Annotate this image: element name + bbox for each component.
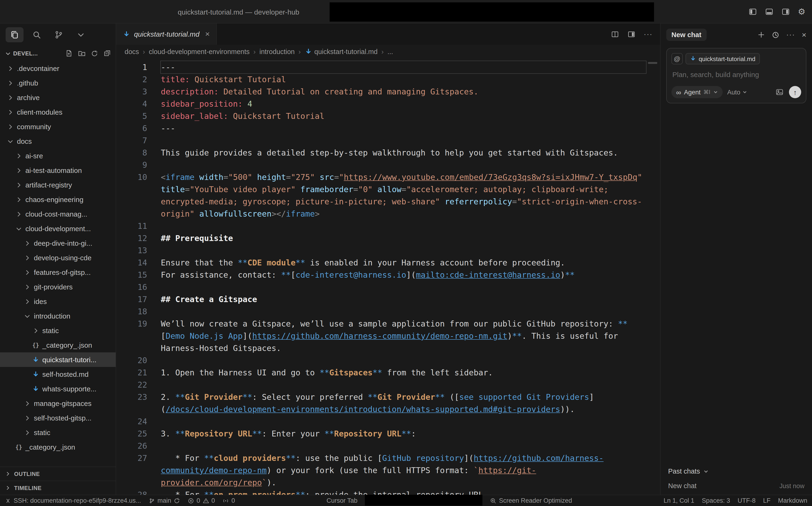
breadcrumb-item[interactable]: docs bbox=[125, 48, 139, 56]
code-line-10[interactable]: 10<iframe width="500" height="275" src="… bbox=[116, 171, 660, 220]
code-line-4[interactable]: 4sidebar_position: 4 bbox=[116, 98, 660, 110]
attach-image-icon[interactable] bbox=[775, 88, 784, 96]
close-chat-icon[interactable]: × bbox=[802, 31, 806, 39]
ports-indicator[interactable]: 0 bbox=[222, 497, 235, 504]
tree-item-cloud-development[interactable]: cloud-development... bbox=[0, 221, 116, 236]
tree-item-ai-test-automation[interactable]: ai-test-automation bbox=[0, 163, 116, 178]
cursor-tab-indicator[interactable]: Cursor Tab bbox=[326, 497, 358, 504]
code-line-19[interactable]: 19We’ll now create a Gitspace, we’ll use… bbox=[116, 318, 660, 354]
add-context-button[interactable]: @ bbox=[671, 53, 683, 64]
send-button[interactable]: ↑ bbox=[789, 86, 801, 98]
code-line-1[interactable]: 1--- bbox=[116, 61, 660, 73]
new-folder-icon[interactable] bbox=[78, 50, 86, 57]
chat-more-icon[interactable]: ··· bbox=[786, 30, 795, 39]
tree-item-quickstart-tutori[interactable]: quickstart-tutori... bbox=[0, 352, 116, 367]
tree-item-docs[interactable]: docs bbox=[0, 134, 116, 149]
code-line-26[interactable]: 26 bbox=[116, 440, 660, 452]
code-line-5[interactable]: 5sidebar_label: Quickstart Tutorial bbox=[116, 110, 660, 122]
tree-item-self-hosted-md[interactable]: self-hosted.md bbox=[0, 367, 116, 382]
past-chat-item[interactable]: New chat Just now bbox=[661, 479, 812, 493]
code-line-25[interactable]: 253. **Repository URL**: Enter your **Re… bbox=[116, 428, 660, 440]
timeline-section-header[interactable]: TIMELINE bbox=[0, 481, 116, 495]
code-line-24[interactable]: 24 bbox=[116, 415, 660, 428]
tree-item-category-json[interactable]: {}_category_.json bbox=[0, 440, 116, 454]
tree-item-self-hosted-gitsp[interactable]: self-hosted-gitsp... bbox=[0, 411, 116, 425]
tree-item-deep-dive-into-gi[interactable]: deep-dive-into-gi... bbox=[0, 236, 116, 250]
explorer-icon[interactable] bbox=[6, 27, 23, 42]
tree-item-chaos-engineering[interactable]: chaos-engineering bbox=[0, 192, 116, 207]
language-indicator[interactable]: Markdown bbox=[778, 497, 807, 504]
tree-item-category-json[interactable]: {}_category_.json bbox=[0, 338, 116, 352]
remote-indicator[interactable]: SSH: documentation-repo-e5ifp9-8rzze4.us… bbox=[5, 497, 141, 504]
code-line-9[interactable]: 9 bbox=[116, 159, 660, 171]
tree-item-static[interactable]: static bbox=[0, 323, 116, 338]
context-file-chip[interactable]: quickstart-tutorial.md bbox=[685, 53, 759, 64]
code-line-21[interactable]: 211. Open the Harness UI and go to **Git… bbox=[116, 366, 660, 379]
past-chats-toggle[interactable]: Past chats bbox=[661, 464, 812, 479]
tree-item-static[interactable]: static bbox=[0, 425, 116, 440]
code-line-27[interactable]: 27 * For **cloud providers**: use the pu… bbox=[116, 452, 660, 489]
editor-content[interactable]: 1---2title: Quickstart Tutorial3descript… bbox=[116, 59, 660, 495]
tree-item-git-providers[interactable]: git-providers bbox=[0, 279, 116, 294]
new-file-icon[interactable] bbox=[65, 50, 73, 57]
code-line-8[interactable]: 8This guide provides a detailed step-by-… bbox=[116, 147, 660, 159]
new-chat-plus-icon[interactable] bbox=[757, 31, 765, 38]
code-line-18[interactable]: 18 bbox=[116, 306, 660, 318]
chat-input-box[interactable]: @ quickstart-tutorial.md Plan, search, b… bbox=[666, 48, 806, 103]
encoding-indicator[interactable]: UTF-8 bbox=[737, 497, 755, 504]
tree-item-manage-gitspaces[interactable]: manage-gitspaces bbox=[0, 396, 116, 411]
chat-history-icon[interactable] bbox=[771, 31, 780, 39]
breadcrumb-item[interactable]: ... bbox=[387, 48, 393, 56]
toggle-panel-bottom-icon[interactable] bbox=[765, 7, 773, 16]
code-line-17[interactable]: 17## Create a Gitspace bbox=[116, 293, 660, 306]
code-line-28[interactable]: 28 * For **on-prem providers**: provide … bbox=[116, 489, 660, 495]
settings-gear-icon[interactable]: ⚙ bbox=[798, 7, 805, 16]
chat-title[interactable]: New chat bbox=[666, 29, 707, 41]
eol-indicator[interactable]: LF bbox=[763, 497, 770, 504]
problems-indicator[interactable]: 0 0 bbox=[188, 497, 215, 504]
code-line-6[interactable]: 6--- bbox=[116, 122, 660, 135]
tree-item-github[interactable]: .github bbox=[0, 76, 116, 90]
breadcrumb-item[interactable]: introduction bbox=[259, 48, 295, 56]
code-line-3[interactable]: 3description: Detailed Tutorial on creat… bbox=[116, 86, 660, 98]
tree-item-devcontainer[interactable]: .devcontainer bbox=[0, 61, 116, 76]
close-tab-icon[interactable]: × bbox=[205, 29, 210, 39]
collapse-all-icon[interactable] bbox=[103, 50, 111, 57]
tree-item-ides[interactable]: ides bbox=[0, 294, 116, 309]
tree-item-artifact-registry[interactable]: artifact-registry bbox=[0, 178, 116, 192]
code-line-15[interactable]: 15For assistance, contact: **[cde-intere… bbox=[116, 269, 660, 281]
code-line-22[interactable]: 22 bbox=[116, 379, 660, 391]
tab-quickstart-tutorial[interactable]: quickstart-tutorial.md × bbox=[116, 23, 217, 45]
code-line-23[interactable]: 232. **Git Provider**: Select your prefe… bbox=[116, 391, 660, 415]
agent-mode-selector[interactable]: ∞ Agent ⌘I bbox=[671, 86, 723, 98]
tree-item-introduction[interactable]: introduction bbox=[0, 309, 116, 323]
tree-item-ai-sre[interactable]: ai-sre bbox=[0, 149, 116, 163]
more-views-chevron-icon[interactable] bbox=[72, 27, 90, 42]
more-actions-icon[interactable]: ··· bbox=[644, 30, 653, 38]
git-branch-indicator[interactable]: main bbox=[149, 497, 180, 504]
tree-item-features-of-gitsp[interactable]: features-of-gitsp... bbox=[0, 265, 116, 279]
toggle-sidebar-left-icon[interactable] bbox=[748, 7, 757, 16]
code-line-13[interactable]: 13 bbox=[116, 244, 660, 257]
code-line-11[interactable]: 11 bbox=[116, 220, 660, 232]
breadcrumb-item[interactable]: cloud-development-environments bbox=[149, 48, 250, 56]
code-line-16[interactable]: 16 bbox=[116, 281, 660, 293]
editor-layout-icon[interactable] bbox=[627, 30, 636, 38]
code-line-14[interactable]: 14Ensure that the **CDE module** is enab… bbox=[116, 257, 660, 269]
model-selector[interactable]: Auto bbox=[727, 89, 747, 96]
toggle-sidebar-right-icon[interactable] bbox=[782, 7, 790, 16]
code-line-2[interactable]: 2title: Quickstart Tutorial bbox=[116, 73, 660, 86]
tree-item-develop-using-cde[interactable]: develop-using-cde bbox=[0, 250, 116, 265]
tree-item-whats-supporte[interactable]: whats-supporte... bbox=[0, 382, 116, 396]
outline-section-header[interactable]: OUTLINE bbox=[0, 467, 116, 481]
search-icon[interactable] bbox=[28, 27, 46, 42]
code-line-7[interactable]: 7 bbox=[116, 135, 660, 147]
source-control-icon[interactable] bbox=[50, 27, 68, 42]
tree-item-cloud-cost-manag[interactable]: cloud-cost-manag... bbox=[0, 207, 116, 221]
cursor-position-indicator[interactable]: Ln 1, Col 1 bbox=[664, 497, 694, 504]
split-editor-icon[interactable] bbox=[611, 30, 619, 38]
screen-reader-indicator[interactable]: Screen Reader Optimized bbox=[490, 497, 572, 504]
chat-input-placeholder[interactable]: Plan, search, build anything bbox=[672, 71, 800, 78]
tree-item-client-modules[interactable]: client-modules bbox=[0, 105, 116, 119]
breadcrumb-item[interactable]: quickstart-tutorial.md bbox=[304, 48, 378, 56]
